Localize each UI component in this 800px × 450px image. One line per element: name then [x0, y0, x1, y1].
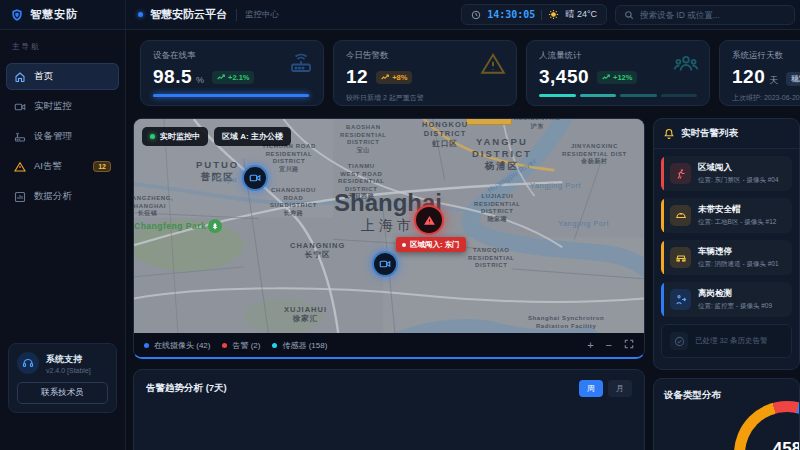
map-label: Shanghai Synchrotron Radiation Facility	[528, 315, 604, 330]
alerts-list: 区域闯入 位置: 东门禁区 - 摄像头 #04 未带安全帽 位置: 工地B区 -…	[654, 149, 799, 365]
stat-value: 3,450	[539, 66, 589, 88]
map-label: YICHUAN ROAD RESIDENTIAL DISTRICT 宜川路	[262, 143, 316, 173]
zoom-in-button[interactable]: +	[587, 340, 593, 351]
camera-icon	[249, 172, 261, 184]
map-footer: 在线摄像头 (42) 告警 (2) 传感器 (158) + −	[134, 333, 644, 357]
sidebar-item-label: 实时监控	[34, 100, 72, 113]
trend-up-icon	[381, 73, 389, 81]
car-icon	[670, 247, 691, 268]
map-label: Yangjing Port	[530, 181, 581, 190]
alert-item-illegal-parking[interactable]: 车辆违停 位置: 消防通道 - 摄像头 #01	[661, 240, 792, 275]
sidebar-item-label: 首页	[34, 70, 53, 83]
camera-marker[interactable]	[372, 251, 398, 277]
fullscreen-icon	[624, 339, 634, 349]
clock-icon	[471, 10, 481, 20]
map-label: TANGQIAO RESIDENTIAL DISTRICT	[468, 247, 515, 270]
sidebar-item-data-analysis[interactable]: 数据分析	[6, 183, 119, 210]
stat-value: 120	[732, 66, 765, 88]
road-shield-chip	[466, 118, 512, 125]
map-panel: 实时监控中 区域 A: 主办公楼 HONGKOU DISTRICT 虹口区 YA…	[133, 118, 645, 359]
contact-support-button[interactable]: 联系技术员	[17, 382, 108, 404]
bell-icon	[663, 128, 675, 140]
trend-panel-title: 告警趋势分析 (7天)	[146, 382, 227, 395]
tab-week[interactable]: 周	[579, 380, 603, 397]
platform-title: 智慧安防云平台	[150, 7, 227, 22]
stat-unit: %	[196, 75, 204, 85]
camera-icon	[379, 258, 391, 270]
online-rate-progressbar	[153, 94, 311, 97]
map-label: JINYANGXINC RESIDENTIAL DIST 金杨新村	[562, 143, 627, 166]
alert-title: 车辆违停	[698, 246, 779, 258]
support-title: 系统支持	[46, 353, 91, 366]
legend-online-cameras: 在线摄像头 (42)	[144, 340, 210, 351]
support-card: 系统支持 v2.4.0 [Stable] 联系技术员	[8, 343, 117, 413]
traffic-segments	[539, 94, 697, 97]
map-label: XUJIAHUI 徐家汇	[284, 305, 327, 324]
stat-value: 12	[346, 66, 368, 88]
alert-count-badge: 12	[93, 161, 111, 172]
realtime-alerts-panel: 实时告警列表 区域闯入 位置: 东门禁区 - 摄像头 #04	[653, 118, 800, 370]
sidebar-item-live-monitor[interactable]: 实时监控	[6, 93, 119, 120]
search-box[interactable]	[615, 5, 795, 25]
sidebar-item-ai-alerts[interactable]: AI告警 12	[6, 153, 119, 180]
trend-badge: +8%	[376, 71, 412, 84]
tab-month[interactable]: 月	[608, 380, 632, 397]
nav-section-label: 主导航	[0, 30, 125, 60]
alert-marker[interactable]	[414, 205, 444, 235]
map-label: RESIDENTIAL 沪东	[514, 118, 561, 130]
map-label: CHANGSHOU ROAD SUBDISTRICT 长寿路	[270, 187, 317, 217]
map-label: Changfeng Park	[134, 221, 206, 232]
stable-badge: 稳定	[786, 72, 800, 86]
stat-unit: 天	[769, 74, 778, 87]
legend-sensors: 传感器 (158)	[272, 340, 327, 351]
map-label: Yangjing Port	[558, 219, 609, 228]
map-label: CHANGZHENG, SHANGHAI 长征镇	[133, 195, 173, 218]
stat-card-foot-traffic: 人流量统计 3,450 +12%	[526, 40, 710, 106]
period-toggle: 周 月	[579, 380, 632, 397]
clock-time: 14:30:05	[487, 9, 535, 20]
search-input[interactable]	[640, 10, 786, 20]
sidebar-item-label: 数据分析	[34, 190, 72, 203]
camera-marker[interactable]	[242, 165, 268, 191]
time-weather-pill: 14:30:05 晴 24°C	[461, 4, 607, 25]
live-monitoring-badge: 实时监控中	[142, 127, 208, 146]
fullscreen-button[interactable]	[624, 339, 634, 351]
alert-item-no-helmet[interactable]: 未带安全帽 位置: 工地B区 - 摄像头 #12	[661, 198, 792, 233]
alert-location: 位置: 消防通道 - 摄像头 #01	[698, 260, 779, 269]
person-leave-icon	[670, 289, 691, 310]
live-dot	[150, 134, 155, 139]
video-camera-icon	[14, 101, 26, 113]
alert-item-absence-detection[interactable]: 离岗检测 位置: 监控室 - 摄像头 #09	[661, 282, 792, 317]
park-tree-icon	[208, 219, 222, 233]
processed-alerts-note: 已处理 32 条历史告警	[661, 324, 792, 358]
city-map[interactable]: 实时监控中 区域 A: 主办公楼 HONGKOU DISTRICT 虹口区 YA…	[134, 119, 644, 333]
trend-up-icon	[602, 73, 610, 81]
alert-title: 未带安全帽	[698, 204, 776, 216]
alert-item-intrusion[interactable]: 区域闯入 位置: 东门禁区 - 摄像头 #04	[661, 156, 792, 191]
stat-note: 较昨日新增 2 起严重告警	[346, 93, 504, 103]
alert-location: 位置: 工地B区 - 摄像头 #12	[698, 218, 776, 227]
weather-text: 晴 24°C	[565, 8, 597, 21]
intrusion-alert-tag[interactable]: 区域闯入: 东门	[396, 237, 466, 252]
router-icon	[289, 51, 313, 79]
trend-badge: +2.1%	[212, 71, 254, 84]
sidebar-item-home[interactable]: 首页	[6, 63, 119, 90]
donut-center: 458 总设备数	[734, 401, 800, 450]
alert-location: 位置: 监控室 - 摄像头 #09	[698, 302, 772, 311]
search-icon	[624, 10, 634, 20]
people-icon	[673, 51, 699, 81]
device-total: 458	[773, 439, 800, 450]
stat-card-device-online-rate: 设备在线率 98.5 % +2.1%	[140, 40, 324, 106]
divider	[541, 10, 542, 20]
device-type-panel: 设备类型分布 458 总设备数	[653, 378, 800, 450]
map-label: CHANGNING 长宁区	[290, 241, 345, 260]
zoom-out-button[interactable]: −	[606, 340, 612, 351]
map-label: LUJIAZUI RESIDENTIAL DISTRICT 陆家嘴	[474, 193, 521, 223]
warning-triangle-icon	[423, 214, 436, 227]
alert-dot	[402, 243, 406, 247]
map-label: BAOSHAN RESIDENTIAL DISTRICT 宝山	[340, 124, 387, 154]
sidebar-item-device-mgmt[interactable]: 设备管理	[6, 123, 119, 150]
alerts-panel-title: 实时告警列表	[681, 127, 738, 140]
status-dot	[138, 12, 143, 17]
platform-subtitle: 监控中心	[236, 9, 279, 21]
